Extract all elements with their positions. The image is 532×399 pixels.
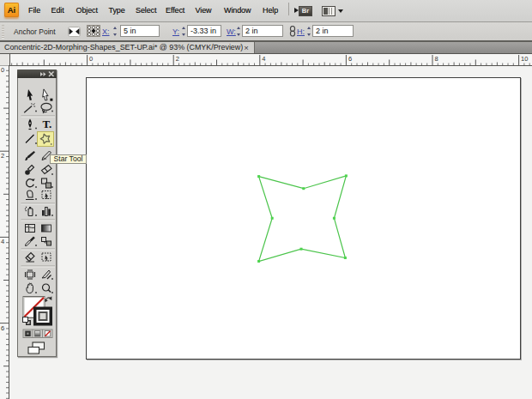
- svg-text:6: 6: [348, 55, 352, 63]
- svg-text:6: 6: [1, 324, 4, 332]
- svg-text:2: 2: [1, 152, 4, 160]
- svg-text:0: 0: [89, 55, 93, 63]
- svg-text:0: 0: [1, 66, 4, 74]
- svg-text:4: 4: [1, 238, 4, 245]
- svg-text:4: 4: [262, 55, 265, 63]
- svg-text:10: 10: [521, 55, 528, 63]
- svg-text:2: 2: [176, 55, 179, 63]
- svg-text:T.: T.: [42, 118, 51, 130]
- svg-text:8: 8: [435, 55, 438, 63]
